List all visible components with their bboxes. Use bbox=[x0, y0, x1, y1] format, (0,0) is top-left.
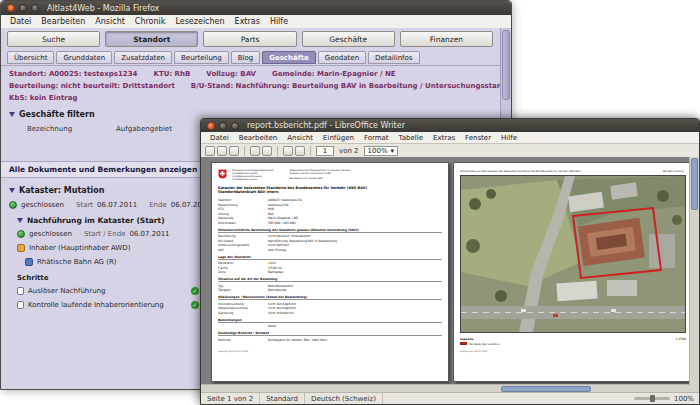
tab-parts[interactable]: Parts bbox=[203, 31, 296, 47]
datasheet-block: Altlastenrechtliche Beurteilung des Stan… bbox=[218, 228, 442, 252]
collapse-triangle-icon[interactable] bbox=[9, 188, 15, 193]
datasheet-block: StandortA00025: testexps1234 Bezeichnung… bbox=[218, 198, 442, 225]
person-icon bbox=[17, 244, 25, 252]
nachfuehrung-status-row: geschlossen Start / Ende 06.07.2011 bbox=[17, 230, 170, 238]
inhaber-row[interactable]: Inhaber (Hauptinhaber AWD) bbox=[17, 244, 130, 252]
step-ausloeser-row[interactable]: Auslöser Nachführung bbox=[17, 287, 199, 295]
main-tab-row: Suche Standort Parts Geschäfte Finanzen bbox=[7, 31, 493, 47]
firefox-titlebar[interactable]: Altlast4Web - Mozilla Firefox bbox=[1, 1, 511, 15]
zoom-select[interactable]: 100% ▾ bbox=[364, 146, 399, 156]
tab-finanzen[interactable]: Finanzen bbox=[400, 31, 493, 47]
tab-standort[interactable]: Standort bbox=[105, 31, 198, 47]
new-doc-icon[interactable] bbox=[205, 146, 215, 156]
close-icon[interactable] bbox=[7, 4, 15, 12]
column-bezeichnung: Bezeichnung bbox=[27, 125, 72, 133]
menu-item[interactable]: Einfügen bbox=[318, 134, 359, 142]
section-heading: Lage des Standorts bbox=[218, 255, 442, 260]
aerial-photo bbox=[460, 175, 686, 333]
copy-icon[interactable] bbox=[262, 146, 272, 156]
maximize-icon[interactable] bbox=[31, 4, 39, 12]
menu-item[interactable]: Lesezeichen bbox=[170, 17, 229, 26]
close-icon[interactable] bbox=[207, 122, 215, 130]
page-number-input[interactable]: 1 bbox=[316, 146, 334, 156]
menu-item[interactable]: Hilfe bbox=[496, 134, 522, 142]
collapse-triangle-icon[interactable] bbox=[9, 112, 15, 117]
schritte-heading: Schritte bbox=[17, 274, 48, 282]
vertical-scrollbar[interactable] bbox=[689, 157, 699, 385]
step-text: Auslöser Nachführung bbox=[28, 287, 106, 295]
start-date: 06.07.2011 bbox=[97, 201, 137, 209]
save-icon[interactable] bbox=[229, 146, 239, 156]
status-text: geschlossen bbox=[29, 230, 72, 238]
zoom-value: 100% bbox=[368, 147, 388, 155]
start-ende-label: Start / Ende bbox=[84, 230, 126, 238]
datasheet-subtitle: Standortdatenblatt BAV intern bbox=[218, 190, 442, 195]
subtab-zusatzdaten[interactable]: Zusatzdaten bbox=[114, 51, 172, 64]
menu-item[interactable]: Bearbeiten bbox=[36, 17, 90, 26]
menu-item[interactable]: Ansicht bbox=[90, 17, 130, 26]
page-status[interactable]: Seite 1 von 2 bbox=[201, 393, 260, 404]
zoom-slider-thumb[interactable] bbox=[650, 395, 655, 402]
toolbar-separator bbox=[310, 146, 311, 156]
open-icon[interactable] bbox=[217, 146, 227, 156]
page-footer: Auszug vom 06.07.2011 bbox=[460, 350, 686, 353]
scrollbar-thumb[interactable] bbox=[502, 30, 510, 100]
toolbar-separator bbox=[244, 146, 245, 156]
step-kontrolle-row[interactable]: Kontrolle laufende Inhaberorientierung bbox=[17, 301, 199, 309]
style-status[interactable]: Standard bbox=[260, 393, 305, 404]
zoom-slider[interactable] bbox=[634, 397, 670, 400]
next-page-icon[interactable] bbox=[295, 146, 305, 156]
pdf-page-2: Koordinaten aus dem Kataster der belaste… bbox=[453, 162, 691, 382]
menu-item[interactable]: Format bbox=[359, 134, 394, 142]
subtab-geschaefte[interactable]: Geschäfte bbox=[262, 51, 316, 64]
menu-item[interactable]: Ansicht bbox=[282, 134, 318, 142]
language-status[interactable]: Deutsch (Schweiz) bbox=[305, 393, 383, 404]
menu-item[interactable]: Datei bbox=[5, 17, 36, 26]
tab-suche[interactable]: Suche bbox=[7, 31, 100, 47]
chevron-down-icon: ▾ bbox=[391, 147, 395, 155]
collapse-triangle-icon[interactable] bbox=[17, 218, 23, 223]
subtab-blog[interactable]: Blog bbox=[231, 51, 260, 64]
menu-item[interactable]: Datei bbox=[205, 134, 234, 142]
tab-geschaefte[interactable]: Geschäfte bbox=[302, 31, 395, 47]
scrollbar-thumb[interactable] bbox=[691, 158, 698, 210]
document-header: Schweizerische Eidgenossenschaft Confédé… bbox=[218, 169, 442, 181]
menu-item[interactable]: Extras bbox=[230, 17, 265, 26]
datasheet-row: KbSkein Eintrag bbox=[218, 247, 442, 252]
filter-section-header[interactable]: Geschäfte filtern bbox=[9, 110, 95, 119]
menu-item[interactable]: Fenster bbox=[460, 134, 496, 142]
pdf-viewer-window: report.bsbericht.pdf - LibreOffice Write… bbox=[200, 118, 700, 405]
subtab-beurteilung[interactable]: Beurteilung bbox=[174, 51, 229, 64]
info-segment: Standort: A00025: testexps1234 bbox=[9, 70, 138, 78]
nachfuehrung-section-header[interactable]: Nachführung im Kataster (Start) bbox=[17, 216, 165, 225]
minimize-icon[interactable] bbox=[19, 4, 27, 12]
pdf-titlebar[interactable]: report.bsbericht.pdf - LibreOffice Write… bbox=[201, 119, 699, 132]
datasheet-row: keine bbox=[218, 324, 442, 329]
menu-item[interactable]: Tabelle bbox=[394, 134, 428, 142]
prev-page-icon[interactable] bbox=[283, 146, 293, 156]
company-icon bbox=[25, 258, 33, 266]
subtab-detailinfos[interactable]: Detailinfos bbox=[368, 51, 419, 64]
menu-item[interactable]: Chronik bbox=[130, 17, 171, 26]
kataster-section-header[interactable]: Kataster: Mutation bbox=[9, 186, 104, 195]
legend-item-text: Perimeter des Standorts bbox=[469, 342, 499, 345]
document-area: Schweizerische Eidgenossenschaft Confédé… bbox=[201, 157, 699, 385]
page-count-label: von 2 bbox=[339, 147, 359, 155]
kataster-heading: Kataster: Mutation bbox=[19, 186, 104, 195]
datasheet-row: TätigkeitBahnbetrieb bbox=[218, 288, 442, 293]
maximize-icon[interactable] bbox=[231, 122, 239, 130]
menu-item[interactable]: Extras bbox=[428, 134, 460, 142]
bahn-row[interactable]: Rhätische Bahn AG (R) bbox=[25, 258, 117, 266]
menu-item[interactable]: Hilfe bbox=[265, 17, 293, 26]
subtab-geodaten[interactable]: Geodaten bbox=[318, 51, 366, 64]
menu-item[interactable]: Bearbeiten bbox=[234, 134, 282, 142]
print-icon[interactable] bbox=[250, 146, 260, 156]
legend-area: Legende 1:2500 Perimeter des Standorts A… bbox=[460, 337, 686, 381]
minimize-icon[interactable] bbox=[219, 122, 227, 130]
inhaber-text: Inhaber (Hauptinhaber AWD) bbox=[29, 244, 130, 252]
subtab-uebersicht[interactable]: Übersicht bbox=[7, 51, 54, 64]
info-segment: KTU: RhB bbox=[154, 70, 191, 78]
subtab-grunddaten[interactable]: Grunddaten bbox=[56, 51, 112, 64]
swiss-shield-icon bbox=[218, 169, 227, 179]
firefox-menubar: DateiBearbeitenAnsichtChronikLesezeichen… bbox=[1, 15, 511, 29]
